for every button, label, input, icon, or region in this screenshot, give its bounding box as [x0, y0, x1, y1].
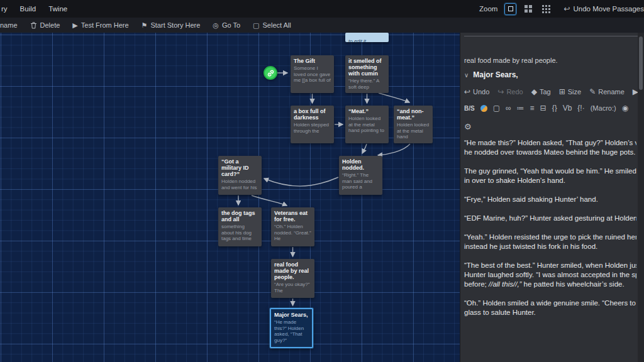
size-label: Size — [568, 88, 581, 96]
macro-button[interactable]: (Macro:) — [591, 104, 616, 112]
passage-text-line: “Frye,” Holden said shaking Hunter’ hand… — [464, 195, 636, 204]
passage-title: real food made by real people. — [274, 261, 311, 280]
box-style-button[interactable]: ▢ — [493, 104, 500, 112]
trash-icon — [30, 21, 37, 29]
pencil-icon: ✎ — [589, 88, 596, 96]
preview-eye-button[interactable]: ◉ — [622, 104, 628, 112]
passage-title: “Got a military ID card?” — [221, 158, 258, 177]
passage-node[interactable]: a box full of darkness Holden stepped th… — [291, 106, 334, 143]
rename-passage-button[interactable]: ✎ Rename — [589, 88, 625, 96]
size-button[interactable]: ⊞ Size — [559, 88, 581, 96]
test-from-here-button[interactable]: ▶ Test From Here — [72, 21, 128, 29]
passage-text-line: “Oh.” Holden smiled a wide genuine smile… — [464, 299, 636, 308]
passage-node[interactable]: “Got a military ID card?” Holden nodded … — [218, 156, 262, 195]
verbatim-button[interactable]: Vb — [563, 104, 572, 112]
link-icon — [267, 69, 275, 77]
redo-label: Redo — [506, 88, 523, 96]
passage-node[interactable]: real food made by real people. “Are you … — [271, 259, 314, 298]
text-segment: before; — [464, 280, 489, 288]
broken-link-badge[interactable] — [264, 66, 277, 80]
zoom-small-button[interactable] — [540, 3, 552, 15]
select-all-label: Select All — [263, 21, 291, 29]
passage-title: Veterans eat for free. — [274, 210, 311, 222]
color-palette-button[interactable] — [480, 105, 487, 112]
story-map-canvas[interactable]: to edit it. The Gift Someone I loved onc… — [0, 33, 460, 362]
rename-label: name — [0, 21, 18, 29]
go-to-label: Go To — [222, 21, 240, 29]
bulleted-list-button[interactable]: ≡ — [530, 104, 535, 112]
link-button[interactable]: ∞ — [506, 104, 511, 112]
passage-text-line: “The best of the best.” Hunter smiled, w… — [464, 261, 636, 270]
zoom-full-button[interactable] — [504, 3, 516, 15]
target-icon: ◎ — [213, 22, 219, 29]
gear-icon[interactable]: ⚙ — [464, 122, 472, 131]
zoom-medium-button[interactable] — [522, 3, 534, 15]
passage-text-editor[interactable]: “He made this?” Holden asked, “That guy?… — [464, 138, 636, 362]
passage-node[interactable]: Veterans eat for free. “Oh.” Holden nodd… — [271, 207, 314, 246]
tag-label: Tag — [540, 88, 551, 96]
passage-node[interactable]: “Meat.” Holden looked at the metal hand … — [345, 106, 389, 143]
start-story-here-button[interactable]: ⚑ Start Story Here — [142, 21, 201, 29]
paragraph: “Oh.” Holden smiled a wide genuine smile… — [464, 299, 636, 317]
paragraph: “Frye,” Holden said shaking Hunter’ hand… — [464, 195, 636, 204]
menu-build[interactable]: Build — [20, 5, 36, 13]
chevron-down-icon: ∨ — [464, 72, 469, 79]
paragraph: “The best of the best.” Hunter smiled, w… — [464, 261, 636, 289]
passage-text-line: instead he just twisted his fork in his … — [464, 242, 636, 251]
passage-node-partial[interactable]: to edit it. — [345, 33, 389, 42]
undo-icon: ↩ — [564, 5, 570, 13]
passage-node[interactable]: it smelled of something with cumin “Hey … — [345, 55, 389, 93]
passage-editor-panel: real food made by real people. ∨ Major S… — [460, 33, 644, 362]
passage-node-selected[interactable]: Major Sears, “He made this?” Holden aske… — [270, 308, 313, 348]
passage-text-line: “Yeah.” Holden resisted the urge to pick… — [464, 233, 636, 242]
editor-settings-row: ⚙ — [464, 121, 472, 132]
passage-title: “Meat.” — [348, 108, 386, 114]
scrollbar-thumb[interactable] — [639, 36, 643, 90]
undo-move-passages-button[interactable]: ↩ Undo Move Passages — [564, 5, 644, 13]
menubar-right-group: Zoom ↩ Undo Move Passages — [479, 3, 644, 15]
passage-title: it smelled of something with cumin — [348, 58, 386, 77]
hook-braces-button[interactable]: {} — [552, 104, 557, 112]
passage-title: “and non-meat.” — [397, 108, 430, 121]
passage-title: The Gift — [294, 58, 331, 64]
alignment-button[interactable]: ⊟ — [540, 104, 547, 112]
select-all-button[interactable]: ▢ Select All — [253, 21, 291, 29]
passage-title: Major Sears, — [274, 312, 309, 318]
menu-twine[interactable]: Twine — [48, 5, 67, 13]
passage-excerpt: something about his dog tags and time — [221, 224, 258, 242]
rename-button[interactable]: name — [0, 21, 18, 29]
start-story-here-label: Start Story Here — [150, 21, 200, 29]
bold-strike-button[interactable]: B/S — [464, 105, 475, 112]
passage-text-line: he nodded over towards Mateo behind the … — [464, 148, 636, 157]
passage-excerpt: “Hey there.” A soft deep — [348, 78, 386, 90]
passage-excerpt: Holden stepped through the — [294, 122, 331, 134]
undo-icon: ↩ — [464, 88, 470, 96]
passage-text-line: glass to salute Hunter. — [464, 308, 636, 317]
partial-passage-text: to edit it. — [348, 38, 367, 42]
editor-scrollbar[interactable] — [638, 33, 644, 362]
redo-button[interactable]: ↪ Redo — [497, 88, 523, 96]
menu-story[interactable]: ry — [1, 5, 8, 13]
paragraph: The guy grinned, “Yeah that would be him… — [464, 167, 636, 185]
passage-node[interactable]: the dog tags and all something about his… — [218, 207, 262, 246]
play-icon: ▶ — [72, 22, 77, 29]
passage-title: Holden nodded. — [342, 158, 379, 171]
passage-text-line: Hunter laughed softly. “I was almost acc… — [464, 270, 636, 280]
passage-node[interactable]: Holden nodded. “Right.” The man said and… — [339, 156, 382, 195]
go-to-button[interactable]: ◎ Go To — [213, 21, 240, 29]
passage-title: a box full of darkness — [294, 108, 331, 121]
editor-passage-title: Major Sears, — [473, 70, 518, 79]
macro-open-button[interactable]: {!· — [577, 104, 584, 112]
delete-button[interactable]: Delete — [30, 21, 60, 29]
passage-node[interactable]: “and non-meat.” Holden looked at the met… — [394, 106, 433, 143]
passage-editor-header[interactable]: ∨ Major Sears, — [464, 70, 518, 79]
select-square-icon: ▢ — [253, 22, 259, 29]
passage-title: the dog tags and all — [221, 210, 258, 222]
tag-button[interactable]: ◆ Tag — [531, 88, 551, 96]
rename-passage-label: Rename — [598, 88, 625, 96]
passage-node[interactable]: The Gift Someone I loved once gave me [[… — [291, 55, 334, 93]
paragraph: “Yeah.” Holden resisted the urge to pick… — [464, 233, 636, 251]
numbered-list-button[interactable]: ≔ — [517, 104, 525, 112]
undo-button[interactable]: ↩ Undo — [464, 88, 489, 96]
editor-toolbar-formatting: B/S ▢ ∞ ≔ ≡ ⊟ {} Vb {!· (Macro:) ◉ — [464, 104, 638, 112]
